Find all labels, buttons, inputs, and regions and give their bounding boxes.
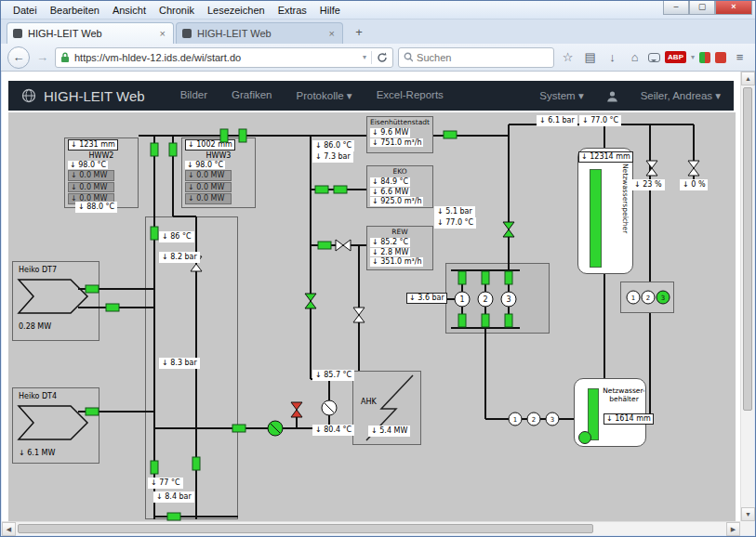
valve-icon[interactable] bbox=[444, 131, 457, 138]
adblock-icon[interactable]: ABP bbox=[665, 51, 686, 63]
app-nav: Bilder Grafiken Protokolle ▾ Excel-Repor… bbox=[180, 89, 444, 102]
valve-icon[interactable] bbox=[86, 285, 99, 293]
nav-system[interactable]: System ▾ bbox=[539, 89, 583, 102]
tab-active[interactable]: HIGH-LEIT Web × bbox=[7, 22, 174, 44]
minimize-button[interactable]: – bbox=[663, 1, 689, 15]
valve-icon[interactable] bbox=[482, 314, 489, 327]
valve-icon[interactable] bbox=[334, 186, 347, 193]
temp-label: ↓ 80.4 °C bbox=[312, 425, 354, 436]
valve-icon[interactable] bbox=[151, 143, 158, 156]
pressure-label: ↓ 5.1 bar bbox=[434, 206, 475, 217]
forward-button[interactable]: → bbox=[34, 50, 50, 64]
temp-label: ↓ 85.7 °C bbox=[312, 370, 354, 381]
scroll-left-icon[interactable]: ◀ bbox=[2, 522, 16, 536]
control-valve-icon[interactable] bbox=[646, 161, 657, 176]
valve-icon[interactable] bbox=[458, 314, 466, 327]
vertical-scrollbar[interactable]: ▲ ▼ bbox=[740, 72, 754, 521]
control-valve-icon[interactable] bbox=[503, 222, 514, 237]
menu-hilfe[interactable]: Hilfe bbox=[313, 3, 347, 18]
pump-icon[interactable] bbox=[578, 431, 591, 444]
pocket-icon[interactable] bbox=[715, 52, 726, 63]
valve-position-label: ↓ 23 % bbox=[631, 179, 665, 190]
url-dropdown-icon[interactable]: ▾ bbox=[363, 53, 366, 61]
valve-icon[interactable] bbox=[239, 129, 246, 142]
valve-icon[interactable] bbox=[192, 457, 200, 470]
back-button[interactable]: ← bbox=[7, 46, 30, 69]
reload-icon[interactable] bbox=[377, 52, 388, 63]
tank-name: Netzwasserspeicher bbox=[621, 164, 630, 233]
station-flow-label: ↓ 751.0 m³/h bbox=[370, 138, 423, 148]
downloads-icon[interactable]: ↓ bbox=[603, 50, 621, 64]
valve-icon[interactable] bbox=[232, 425, 245, 432]
station-mw-label: ↓ 6.6 MW bbox=[370, 188, 410, 197]
station-name: Eisenhüttenstadt bbox=[367, 117, 432, 127]
page-content: HIGH-LEIT Web Bilder Grafiken Protokolle… bbox=[2, 72, 740, 521]
station-temp-label: ↓ 84.9 °C bbox=[370, 177, 410, 187]
station-flow-label: ↓ 351.0 m³/h bbox=[370, 257, 423, 267]
extension-icon[interactable] bbox=[699, 52, 710, 63]
manual-valve-icon[interactable] bbox=[353, 308, 365, 322]
nav-protokolle[interactable]: Protokolle ▾ bbox=[297, 89, 352, 102]
valve-icon[interactable] bbox=[458, 271, 466, 284]
valve-icon[interactable] bbox=[318, 242, 331, 249]
control-valve-icon[interactable] bbox=[305, 294, 316, 308]
tab-inactive[interactable]: HIGH-LEIT Web × bbox=[176, 22, 343, 44]
valve-icon[interactable] bbox=[106, 304, 119, 311]
new-tab-button[interactable]: + bbox=[347, 24, 371, 43]
pump-number: 3 bbox=[506, 295, 511, 304]
hamburger-menu-icon[interactable]: ≡ bbox=[731, 50, 749, 64]
bookmark-star-icon[interactable]: ☆ bbox=[559, 50, 577, 64]
tab-close-icon[interactable]: × bbox=[158, 28, 167, 39]
temp-label: ↓ 77 °C bbox=[148, 478, 183, 489]
home-icon[interactable]: ⌂ bbox=[626, 50, 643, 64]
search-box[interactable] bbox=[398, 47, 554, 68]
adblock-caret-icon[interactable]: ▾ bbox=[691, 53, 695, 61]
user-menu[interactable]: Seiler, Andreas ▾ bbox=[641, 89, 721, 102]
valve-icon[interactable] bbox=[151, 461, 158, 474]
closed-valve-icon[interactable] bbox=[291, 402, 302, 417]
url-bar[interactable]: ▾ bbox=[55, 47, 393, 68]
pressure-label: ↓ 8.2 bar bbox=[159, 252, 200, 263]
control-valve-icon[interactable] bbox=[688, 161, 699, 176]
url-input[interactable] bbox=[74, 52, 358, 63]
valve-icon[interactable] bbox=[220, 129, 228, 142]
bookmarks-panel-icon[interactable]: ▤ bbox=[581, 50, 599, 64]
temp-label: ↓ 77.0 °C bbox=[434, 217, 476, 229]
close-button[interactable]: × bbox=[715, 1, 752, 15]
valve-icon[interactable] bbox=[86, 408, 99, 415]
unit-number: 2 bbox=[532, 416, 536, 424]
valve-icon[interactable] bbox=[151, 227, 158, 240]
tab-close-icon[interactable]: × bbox=[327, 28, 337, 39]
app-title: HIGH-LEIT Web bbox=[44, 88, 145, 104]
valve-icon[interactable] bbox=[482, 271, 489, 284]
valve-icon[interactable] bbox=[315, 186, 328, 193]
search-input[interactable] bbox=[417, 52, 549, 63]
nav-grafiken[interactable]: Grafiken bbox=[232, 89, 272, 102]
valve-icon[interactable] bbox=[505, 314, 512, 327]
menu-ansicht[interactable]: Ansicht bbox=[106, 3, 153, 18]
scroll-up-icon[interactable]: ▲ bbox=[741, 72, 755, 85]
vertical-scroll-thumb[interactable] bbox=[743, 87, 752, 411]
manual-valve-icon[interactable] bbox=[336, 240, 351, 251]
valve-icon[interactable] bbox=[505, 271, 512, 284]
chat-bubble-icon[interactable] bbox=[648, 53, 660, 62]
pump-number: 2 bbox=[483, 295, 487, 304]
valve-icon[interactable] bbox=[167, 513, 180, 520]
tank-level-label: ↓ 1614 mm bbox=[603, 413, 654, 425]
valve-icon[interactable] bbox=[169, 143, 177, 156]
menu-chronik[interactable]: Chronik bbox=[153, 3, 201, 18]
nav-bilder[interactable]: Bilder bbox=[180, 89, 207, 102]
scroll-right-icon[interactable]: ▶ bbox=[726, 522, 740, 536]
scroll-down-icon[interactable]: ▼ bbox=[741, 507, 755, 521]
horizontal-scrollbar[interactable]: ◀ ▶ bbox=[2, 521, 740, 535]
user-icon bbox=[606, 90, 618, 102]
nav-excel-reports[interactable]: Excel-Reports bbox=[377, 89, 444, 102]
pressure-label: ↓ 3.6 bar bbox=[406, 293, 447, 304]
tab-favicon bbox=[13, 29, 22, 38]
maximize-button[interactable]: ▢ bbox=[689, 1, 715, 15]
menu-bearbeiten[interactable]: Bearbeiten bbox=[44, 3, 106, 18]
menu-lesezeichen[interactable]: Lesezeichen bbox=[201, 3, 272, 18]
menu-extras[interactable]: Extras bbox=[272, 3, 313, 18]
menu-datei[interactable]: Datei bbox=[7, 3, 44, 18]
horizontal-scroll-thumb[interactable] bbox=[18, 524, 593, 533]
